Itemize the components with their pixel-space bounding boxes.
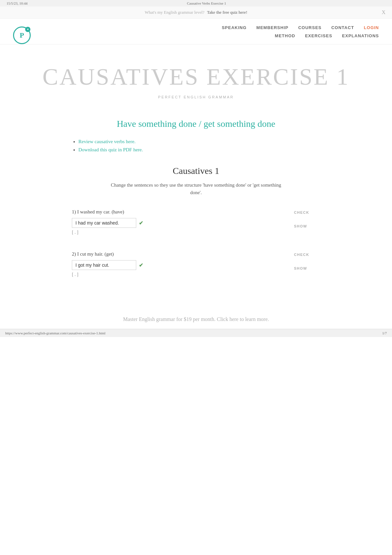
review-link[interactable]: Review causative verbs here.	[78, 139, 136, 144]
question-2-checkmark: ✔	[139, 262, 143, 268]
question-1-right: CHECK SHOW	[294, 209, 320, 228]
question-2-input[interactable]	[72, 260, 136, 270]
top-bar: What's my English grammar level? Take th…	[0, 7, 392, 19]
site-header: P ★ SPEAKING MEMBERSHIP COURSES CONTACT …	[0, 19, 392, 44]
logo-circle: P ★	[13, 26, 31, 44]
nav-membership[interactable]: MEMBERSHIP	[256, 25, 288, 30]
nav-primary: SPEAKING MEMBERSHIP COURSES CONTACT LOGI…	[44, 25, 379, 33]
browser-tab: 15/5/23, 10:44 Causative Verbs Exercise …	[0, 0, 392, 7]
main-content: Have something done / get something done…	[65, 106, 327, 307]
promo-text: What's my English grammar level?	[145, 10, 204, 15]
question-1-feedback: [ . ]	[72, 230, 281, 235]
question-1-show-button[interactable]: SHOW	[294, 224, 307, 228]
question-2-block: 2) I cut my hair. (get) ✔ [ . ] CHECK SH…	[72, 251, 320, 277]
logo-badge: ★	[25, 27, 30, 32]
question-2-answer-row: ✔	[72, 260, 281, 270]
close-icon[interactable]: X	[382, 9, 385, 15]
download-link[interactable]: Download this quiz in PDF here.	[78, 147, 143, 152]
nav-explanations[interactable]: EXPLANATIONS	[342, 33, 379, 38]
question-1-answer-row: ✔	[72, 218, 281, 228]
footer-promo: Master English grammar for $19 per month…	[0, 307, 392, 329]
question-2-right: CHECK SHOW	[294, 251, 320, 270]
question-2-feedback: [ . ]	[72, 272, 281, 277]
nav-contact[interactable]: CONTACT	[331, 25, 354, 30]
logo-letter: P	[20, 31, 24, 40]
list-item: Review causative verbs here.	[78, 139, 320, 144]
list-item: Download this quiz in PDF here.	[78, 147, 320, 153]
quiz-link[interactable]: Take the free quiz here!	[207, 10, 247, 15]
bottom-bar: https://www.perfect-english-grammar.com/…	[0, 329, 392, 337]
question-2-text: 2) I cut my hair. (get)	[72, 251, 281, 257]
question-2-show-button[interactable]: SHOW	[294, 266, 307, 270]
nav-wrap: SPEAKING MEMBERSHIP COURSES CONTACT LOGI…	[44, 25, 379, 43]
tab-title: Causative Verbs Exercise 1	[187, 1, 226, 5]
question-1-left: 1) I washed my car. (have) ✔ [ . ]	[72, 209, 281, 235]
exercise-section: Causatives 1 Change the sentences so the…	[72, 166, 320, 277]
section-heading: Have something done / get something done	[72, 119, 320, 129]
nav-method[interactable]: METHOD	[275, 33, 295, 38]
question-2-check-button[interactable]: CHECK	[294, 253, 309, 257]
question-1-text: 1) I washed my car. (have)	[72, 209, 281, 215]
page-title-section: CAUSATIVES EXERCISE 1 PERFECT ENGLISH GR…	[0, 44, 392, 106]
nav-exercises[interactable]: EXERCISES	[305, 33, 332, 38]
exercise-title: Causatives 1	[72, 166, 320, 176]
links-list: Review causative verbs here. Download th…	[72, 139, 320, 153]
tab-date: 15/5/23, 10:44	[7, 1, 27, 5]
bottom-pagination: 1/7	[382, 331, 387, 335]
question-2-left: 2) I cut my hair. (get) ✔ [ . ]	[72, 251, 281, 277]
question-1-block: 1) I washed my car. (have) ✔ [ . ] CHECK…	[72, 209, 320, 235]
nav-login[interactable]: LOGIN	[364, 25, 379, 30]
page-title: CAUSATIVES EXERCISE 1	[7, 64, 385, 90]
nav-speaking[interactable]: SPEAKING	[222, 25, 247, 30]
question-1-input[interactable]	[72, 218, 136, 228]
nav-courses[interactable]: COURSES	[298, 25, 321, 30]
question-1-check-button[interactable]: CHECK	[294, 210, 309, 214]
question-1-checkmark: ✔	[139, 220, 143, 226]
nav-secondary: METHOD EXERCISES EXPLANATIONS	[44, 33, 379, 43]
bottom-url: https://www.perfect-english-grammar.com/…	[5, 331, 106, 335]
logo[interactable]: P ★	[13, 26, 31, 44]
page-subtitle: PERFECT ENGLISH GRAMMAR	[7, 95, 385, 99]
exercise-instruction: Change the sentences so they use the str…	[105, 181, 287, 196]
footer-promo-link[interactable]: Master English grammar for $19 per month…	[123, 316, 269, 322]
